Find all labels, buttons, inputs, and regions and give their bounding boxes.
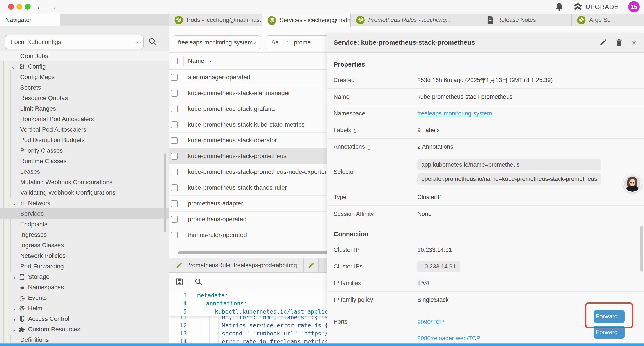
namespace-link[interactable]: freeleaps-monitoring-system: [417, 110, 492, 117]
sidebar-item-secrets[interactable]: Secrets: [0, 82, 169, 93]
kubernetes-icon: ☸: [356, 15, 365, 24]
traffic-light-close[interactable]: [8, 4, 14, 10]
sidebar-item-pod-disruption-budgets[interactable]: Pod Disruption Budgets: [0, 135, 169, 145]
sidebar-item-priority-classes[interactable]: Priority Classes: [0, 145, 169, 156]
tab-prometheus[interactable]: ☸Prometheus Rules - icecheng...: [351, 13, 481, 26]
sidebar-item-network[interactable]: ↑↓Network: [0, 198, 169, 209]
sidebar-item-label: Horizontal Pod Autoscalers: [20, 116, 94, 123]
kubeconfig-select[interactable]: Local Kubeconfigs: [5, 35, 144, 49]
close-icon[interactable]: ×: [632, 38, 636, 47]
chevron-right-icon[interactable]: [12, 276, 15, 279]
row-checkbox[interactable]: [171, 106, 178, 112]
detail-label: Cluster IP: [328, 247, 417, 253]
sidebar-item-leases[interactable]: Leases: [0, 166, 169, 177]
expand-collapse-icon[interactable]: [368, 144, 370, 150]
traffic-light-minimize[interactable]: [16, 4, 22, 10]
detail-value: 9 Labels: [417, 127, 440, 134]
sidebar-item-endpoints[interactable]: Endpoints: [0, 219, 169, 230]
sidebar-item-label: Leases: [20, 168, 40, 175]
sidebar-item-limit-ranges[interactable]: Limit Ranges: [0, 103, 169, 114]
editor-tab-secondary[interactable]: [304, 258, 319, 272]
sidebar-item-namespaces[interactable]: ◈Namespaces: [0, 282, 169, 293]
kubernetes-icon: ☸: [174, 15, 183, 24]
sidebar-scrollbar[interactable]: [164, 153, 166, 232]
row-checkbox[interactable]: [171, 184, 178, 191]
tab-argo[interactable]: ☸Argo Se: [572, 13, 644, 26]
sidebar-item-custom-resources[interactable]: Custom Resources: [0, 324, 169, 335]
selector-chip: operator.prometheus.io/name=kube-prometh…: [417, 173, 601, 185]
sidebar-item-ingresses[interactable]: Ingresses: [0, 230, 169, 240]
sidebar-item-config-maps[interactable]: Config Maps: [0, 72, 169, 82]
regex-toggle[interactable]: .*: [284, 39, 288, 46]
sidebar-item-vertical-pod-autoscalers[interactable]: Vertical Pod Autoscalers: [0, 124, 169, 135]
expand-collapse-icon[interactable]: [354, 128, 356, 133]
sidebar-item-ingress-classes[interactable]: Ingress Classes: [0, 240, 169, 251]
sidebar-item-mutating-webhook-configurations[interactable]: Mutating Webhook Configurations: [0, 177, 169, 187]
row-checkbox[interactable]: [171, 121, 178, 128]
account-badge[interactable]: 15: [628, 1, 640, 12]
edit-icon[interactable]: [600, 39, 607, 46]
sidebar-item-config[interactable]: ⚙Config: [0, 61, 169, 72]
tab-services[interactable]: ☸Services - icecheng@math...×: [262, 13, 351, 27]
row-checkbox[interactable]: [171, 153, 178, 160]
forward-button[interactable]: Forward...: [594, 326, 625, 339]
kubernetes-icon: ☸: [268, 16, 276, 25]
row-checkbox[interactable]: [171, 90, 178, 97]
notifications-bell-icon[interactable]: [555, 2, 563, 11]
navigator-panel-tab[interactable]: Navigator: [0, 13, 60, 26]
delete-icon[interactable]: [616, 38, 623, 46]
sidebar-item-runtime-classes[interactable]: Runtime Classes: [0, 156, 169, 166]
upgrade-button[interactable]: UPGRADE: [573, 2, 618, 11]
row-checkbox[interactable]: [171, 216, 178, 223]
tab-pods[interactable]: ☸Pods - icecheng@mathmas...: [169, 13, 262, 26]
traffic-light-zoom[interactable]: [25, 4, 31, 10]
service-name: kube-prometheus-stack-thanos-ruler: [188, 184, 287, 191]
sidebar-item-access-control[interactable]: Access Control: [0, 314, 169, 324]
select-all-checkbox[interactable]: [171, 58, 178, 64]
history-forward-button[interactable]: →: [48, 1, 58, 12]
sidebar-item-events[interactable]: ◷Events: [0, 293, 169, 303]
sidebar-item-services[interactable]: Services: [0, 209, 169, 219]
sidebar-item-label: Port Forwarding: [20, 263, 64, 270]
assistant-avatar[interactable]: [623, 174, 642, 193]
row-checkbox[interactable]: [171, 232, 178, 239]
row-checkbox[interactable]: [171, 74, 178, 81]
namespace-select[interactable]: freeleaps-monitoring-system: [173, 35, 260, 49]
chevron-down-icon[interactable]: [12, 66, 15, 69]
chevron-right-icon[interactable]: [12, 308, 15, 311]
save-icon[interactable]: [175, 277, 184, 287]
sidebar-item-storage[interactable]: Storage: [0, 272, 169, 282]
detail-value: 2 Annotations: [417, 143, 453, 150]
port-link[interactable]: 8080:reloader-web/TCP: [417, 335, 480, 342]
row-checkbox[interactable]: [171, 200, 178, 207]
editor-search-icon[interactable]: [194, 278, 202, 286]
chevron-right-icon[interactable]: [12, 319, 15, 321]
sidebar-item-port-forwarding[interactable]: Port Forwarding: [0, 261, 169, 272]
forward-button[interactable]: Forward...: [594, 310, 625, 323]
detail-row-ip-family-policy: IP family policySingleStack: [328, 292, 644, 308]
row-checkbox[interactable]: [171, 169, 178, 175]
sidebar-item-network-policies[interactable]: Network Policies: [0, 251, 169, 261]
sidebar-item-helm[interactable]: ☸Helm: [0, 303, 169, 314]
history-back-button[interactable]: ←: [35, 1, 45, 12]
editor-tab-prometheusrule[interactable]: PrometheusRule: freeleaps-prod-rabbitmq: [169, 258, 304, 272]
sidebar-item-label: Mutating Webhook Configurations: [20, 179, 112, 186]
value-chip: 10.233.14.91: [417, 261, 460, 272]
sidebar-item-cron-jobs[interactable]: Cron Jobs: [0, 51, 169, 61]
sidebar-item-label: Network: [28, 200, 51, 207]
port-link[interactable]: 9090/TCP: [417, 319, 444, 326]
sidebar-item-resource-quotas[interactable]: Resource Quotas: [0, 93, 169, 103]
tab-release[interactable]: Release Notes: [481, 13, 572, 26]
detail-row-name: Namekube-prometheus-stack-prometheus: [328, 89, 644, 105]
chevron-down-icon[interactable]: [12, 329, 15, 332]
row-checkbox[interactable]: [171, 137, 178, 144]
puzzle-icon: [19, 326, 25, 333]
name-column-header[interactable]: Name: [188, 57, 204, 64]
chevron-down-icon[interactable]: [12, 203, 15, 206]
sidebar-item-horizontal-pod-autoscalers[interactable]: Horizontal Pod Autoscalers: [0, 114, 169, 124]
detail-value: kube-prometheus-stack-prometheus: [417, 93, 512, 100]
sidebar-item-validating-webhook-configurations[interactable]: Validating Webhook Configurations: [0, 187, 169, 198]
match-case-toggle[interactable]: Aa: [271, 39, 278, 46]
sidebar-search-icon[interactable]: [148, 37, 157, 46]
detail-scrollbar[interactable]: [640, 226, 643, 272]
